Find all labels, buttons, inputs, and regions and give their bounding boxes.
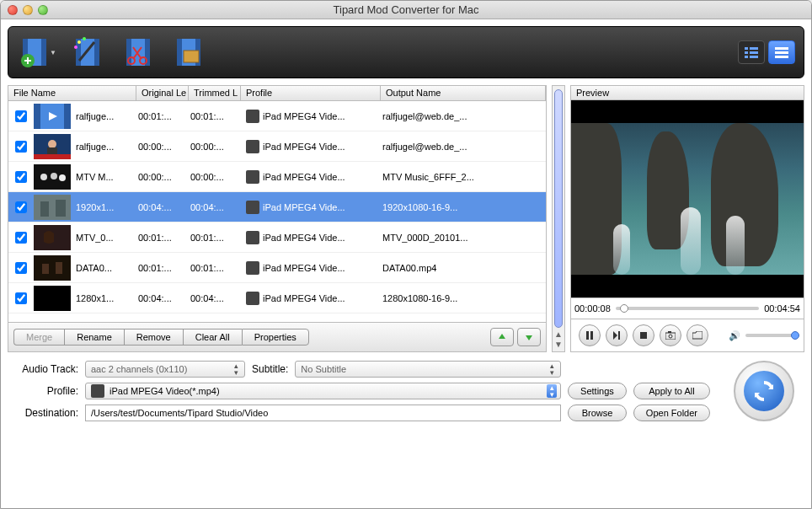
snapshot-folder-button[interactable] [686, 324, 708, 346]
table-row[interactable]: 1280x1...00:04:...00:04:...iPad MPEG4 Vi… [8, 283, 546, 313]
table-row[interactable]: 1920x1...00:04:...00:04:...iPad MPEG4 Vi… [8, 192, 546, 222]
cell-original: 00:00:... [138, 142, 190, 152]
list-view-button[interactable] [738, 40, 765, 64]
col-output[interactable]: Output Name [381, 86, 546, 100]
move-down-button[interactable] [517, 328, 541, 346]
svg-rect-20 [750, 47, 758, 50]
col-trimmed[interactable]: Trimmed L [189, 86, 241, 100]
profile-combo[interactable]: iPad MPEG4 Video(*.mp4)▴▾ [85, 383, 561, 399]
cell-output: MTV Music_6FFF_2... [382, 172, 517, 182]
trim-icon[interactable] [118, 32, 158, 72]
row-checkbox[interactable] [15, 232, 27, 244]
settings-button[interactable]: Settings [568, 383, 627, 399]
cell-output: DATA00.mp4 [382, 263, 517, 273]
svg-rect-45 [42, 264, 49, 274]
subtitle-combo[interactable]: No Subtitle▴▾ [295, 361, 561, 378]
svg-point-7 [77, 40, 81, 44]
snapshot-button[interactable] [660, 324, 681, 346]
open-folder-button[interactable]: Open Folder [633, 405, 710, 421]
svg-rect-27 [775, 56, 788, 58]
volume-slider[interactable] [745, 334, 796, 337]
svg-rect-29 [34, 104, 40, 129]
svg-point-38 [59, 174, 66, 181]
rename-button[interactable]: Rename [64, 329, 124, 346]
browse-button[interactable]: Browse [568, 405, 627, 421]
table-row[interactable]: ralfjuge...00:01:...00:01:...iPad MPEG4 … [8, 101, 546, 131]
column-headers: File Name Original Le Trimmed L Profile … [8, 86, 546, 101]
col-filename[interactable]: File Name [8, 86, 136, 100]
cell-trimmed: 00:04:... [190, 202, 243, 212]
remove-button[interactable]: Remove [124, 329, 183, 346]
properties-button[interactable]: Properties [242, 329, 309, 346]
row-checkbox[interactable] [15, 110, 27, 122]
apply-all-button[interactable]: Apply to All [633, 383, 710, 399]
table-row[interactable]: ralfjuge...00:00:...00:00:...iPad MPEG4 … [8, 131, 546, 162]
thumbnail [34, 286, 71, 311]
cell-profile: iPad MPEG4 Vide... [263, 293, 382, 303]
col-profile[interactable]: Profile [241, 86, 381, 100]
seek-slider[interactable] [616, 307, 759, 310]
svg-rect-51 [640, 332, 647, 339]
cell-filename: DATA0... [76, 263, 138, 273]
svg-rect-23 [745, 56, 748, 58]
file-list-panel: File Name Original Le Trimmed L Profile … [8, 85, 547, 352]
table-row[interactable]: MTV M...00:00:...00:00:...iPad MPEG4 Vid… [8, 162, 546, 192]
cell-original: 00:01:... [138, 233, 190, 243]
row-checkbox[interactable] [15, 171, 27, 183]
cell-profile: iPad MPEG4 Vide... [263, 142, 382, 152]
destination-field[interactable]: /Users/test/Documents/Tipard Studio/Vide… [85, 405, 561, 421]
svg-rect-22 [750, 51, 758, 54]
scroll-thumb[interactable] [554, 89, 563, 328]
cell-original: 00:04:... [138, 202, 190, 212]
merge-button[interactable]: Merge [13, 329, 64, 346]
move-up-button[interactable] [490, 328, 514, 346]
stop-button[interactable] [633, 324, 654, 346]
detail-view-button[interactable] [768, 40, 795, 64]
row-checkbox[interactable] [15, 292, 27, 304]
pause-button[interactable] [579, 324, 601, 346]
effect-icon[interactable] [67, 32, 108, 72]
cell-trimmed: 00:01:... [190, 233, 243, 243]
cell-original: 00:04:... [138, 293, 190, 303]
step-forward-button[interactable] [606, 324, 628, 346]
table-row[interactable]: DATA0...00:01:...00:01:...iPad MPEG4 Vid… [8, 253, 546, 283]
cell-profile: iPad MPEG4 Vide... [263, 263, 382, 273]
svg-point-53 [669, 335, 672, 338]
profile-icon [243, 292, 263, 305]
cell-filename: 1280x1... [76, 293, 138, 303]
scroll-down-icon[interactable]: ▼ [553, 340, 564, 350]
cell-output: MTV_000D_20101... [382, 233, 517, 243]
row-checkbox[interactable] [15, 141, 27, 153]
profile-label: Profile: [11, 385, 78, 397]
svg-rect-47 [34, 286, 71, 311]
scroll-up-icon[interactable]: ▲ [553, 330, 564, 340]
svg-rect-16 [177, 39, 182, 66]
svg-rect-2 [41, 39, 46, 66]
cell-original: 00:00:... [138, 172, 190, 182]
convert-button[interactable] [734, 361, 794, 421]
audio-track-label: Audio Track: [11, 363, 78, 375]
thumbnail [34, 134, 71, 159]
cell-trimmed: 00:01:... [190, 263, 243, 273]
svg-rect-49 [590, 331, 593, 340]
preview-area [570, 100, 804, 298]
svg-rect-48 [586, 331, 589, 340]
file-rows: ralfjuge...00:01:...00:01:...iPad MPEG4 … [8, 101, 546, 322]
destination-label: Destination: [11, 407, 78, 419]
svg-rect-46 [56, 262, 62, 274]
add-file-icon[interactable]: ▼ [17, 32, 57, 72]
clearall-button[interactable]: Clear All [183, 329, 242, 346]
col-original[interactable]: Original Le [136, 86, 189, 100]
row-checkbox[interactable] [15, 262, 27, 274]
player-controls: 🔊 [570, 319, 804, 352]
audio-track-combo[interactable]: aac 2 channels (0x110)▴▾ [85, 361, 245, 378]
svg-rect-26 [775, 51, 788, 54]
svg-rect-19 [745, 47, 748, 50]
table-row[interactable]: MTV_0...00:01:...00:01:...iPad MPEG4 Vid… [8, 222, 546, 253]
main-toolbar: ▼ [8, 26, 804, 78]
cell-profile: iPad MPEG4 Vide... [263, 202, 382, 212]
crop-icon[interactable] [168, 32, 209, 72]
vertical-scrollbar[interactable]: ▲ ▼ [552, 85, 565, 352]
svg-rect-30 [64, 104, 71, 129]
row-checkbox[interactable] [15, 201, 27, 213]
